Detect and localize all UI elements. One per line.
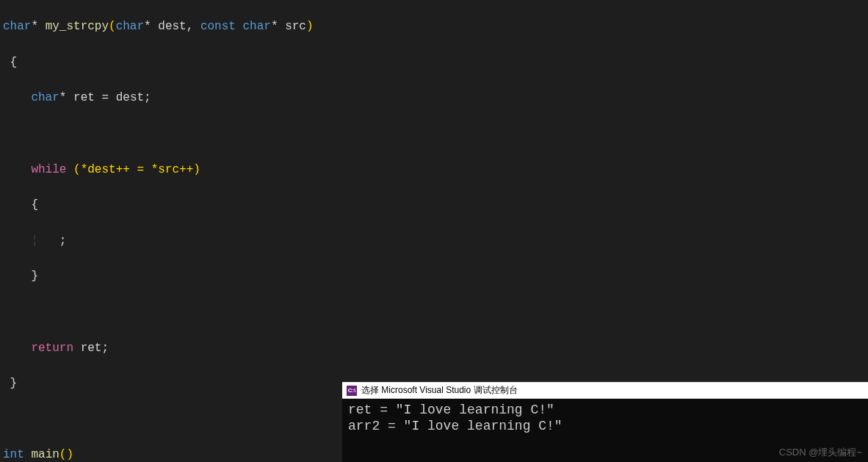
pointer-op: * [31, 20, 38, 33]
console-titlebar[interactable]: C:\ 选择 Microsoft Visual Studio 调试控制台 [342, 383, 868, 399]
code-line [3, 303, 868, 321]
pointer-op: * [144, 20, 151, 33]
variable: dest [116, 91, 144, 104]
pointer-op: * [271, 20, 278, 33]
code-line: return ret; [3, 339, 868, 357]
pointer-op: * [59, 91, 67, 104]
type-keyword: char [243, 20, 271, 33]
code-line: } [3, 267, 868, 285]
console-output: ret = "I love learning C!"arr2 = "I love… [342, 399, 868, 437]
watermark: CSDN @埋头编程~ [779, 446, 862, 459]
type-keyword: char [116, 20, 144, 33]
function-name: main [31, 448, 59, 461]
variable: ret [73, 91, 95, 104]
type-keyword: int [3, 448, 24, 461]
code-line: char* my_strcpy(char* dest, const char* … [3, 18, 868, 35]
while-keyword: while [31, 163, 66, 176]
console-line: ret = "I love learning C!" [348, 402, 862, 418]
param-name: dest [158, 20, 186, 33]
const-keyword: const [200, 20, 236, 33]
type-keyword: char [31, 91, 59, 104]
operator: = [101, 91, 109, 104]
semicolon: ; [59, 234, 67, 248]
function-name: my_strcpy [46, 20, 109, 33]
code-line: while (*dest++ = *src++) [3, 161, 868, 178]
param-name: src [285, 20, 306, 33]
vs-icon: C:\ [347, 386, 357, 396]
console-line: arr2 = "I love learning C!" [348, 418, 862, 434]
code-line: char* ret = dest; [3, 89, 868, 107]
type-keyword: char [3, 20, 31, 33]
condition: (*dest++ = *src++) [73, 163, 200, 176]
code-line: ¦ ; [3, 232, 868, 250]
code-line [3, 125, 868, 142]
code-line: { [3, 196, 868, 214]
return-keyword: return [31, 342, 73, 355]
code-line: { [3, 54, 868, 71]
console-title: 选择 Microsoft Visual Studio 调试控制台 [361, 384, 518, 397]
variable: ret [81, 342, 102, 355]
